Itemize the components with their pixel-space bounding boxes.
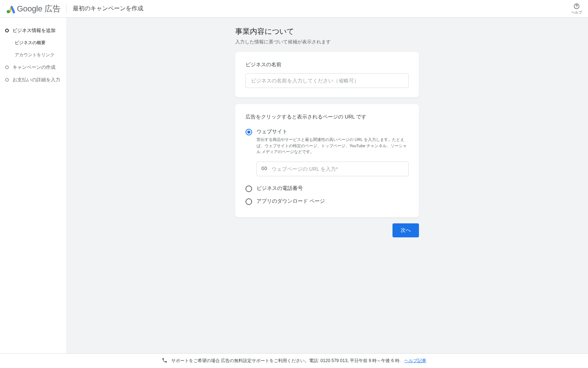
step-add-business-info[interactable]: ビジネス情報を追加	[5, 24, 62, 37]
svg-point-0	[7, 10, 10, 13]
radio-label: ウェブサイト	[257, 128, 409, 135]
section-title: 事業内容について	[235, 26, 419, 36]
business-name-card: ビジネスの名前	[235, 52, 419, 98]
radio-option-phone[interactable]: ビジネスの電話番号	[245, 182, 409, 195]
landing-url-card: 広告をクリックすると表示されるページの URL です ウェブサイト 宣伝する商品…	[235, 104, 419, 217]
header-divider	[67, 4, 67, 13]
workspace: 事業内容について 入力した情報に基づいて候補が表示されます ビジネスの名前 広告…	[66, 18, 588, 353]
substeps: ビジネスの概要 アカウントをリンク	[5, 37, 62, 61]
support-footer: サポートをご希望の場合 広告の無料設定サポートをご利用ください。電話: 0120…	[0, 353, 588, 368]
page-title: 最初のキャンペーンを作成	[73, 5, 143, 13]
substep-label: アカウントをリンク	[15, 52, 54, 57]
help-button[interactable]: ヘルプ	[571, 3, 582, 14]
help-label: ヘルプ	[571, 10, 582, 14]
substep-business-overview[interactable]: ビジネスの概要	[15, 37, 62, 49]
footer-help-link[interactable]: ヘルプ記事	[404, 358, 426, 364]
product-name-google: Google	[17, 4, 42, 14]
footer-text: サポートをご希望の場合 広告の無料設定サポートをご利用ください。電話: 0120…	[171, 358, 401, 364]
link-icon	[261, 165, 268, 173]
app-header: Google 広告 最初のキャンペーンを作成 ヘルプ	[0, 0, 588, 18]
radio-label: アプリのダウンロード ページ	[257, 198, 409, 205]
product-name: Google 広告	[17, 3, 61, 14]
step-label: お支払いの詳細を入力	[12, 77, 60, 83]
step-label: キャンペーンの作成	[12, 64, 55, 71]
step-label: ビジネス情報を追加	[12, 27, 55, 34]
radio-icon	[245, 129, 252, 135]
radio-help-text: 宣伝する商品やサービスと最も関連性の高いページの URL を入力します。たとえば…	[257, 137, 409, 155]
step-create-campaign[interactable]: キャンペーンの作成	[5, 61, 62, 74]
help-icon	[573, 3, 580, 10]
radio-icon	[245, 185, 252, 192]
radio-option-website[interactable]: ウェブサイト 宣伝する商品やサービスと最も関連性の高いページの URL を入力し…	[245, 125, 409, 158]
radio-label: ビジネスの電話番号	[257, 185, 409, 192]
product-name-ads: 広告	[44, 3, 60, 14]
substep-label: ビジネスの概要	[15, 40, 46, 45]
step-marker-icon	[5, 29, 9, 32]
step-marker-icon	[5, 78, 9, 82]
setup-stepper-sidebar: ビジネス情報を追加 ビジネスの概要 アカウントをリンク キャンペーンの作成 お支…	[0, 18, 66, 353]
header-left: Google 広告 最初のキャンペーンを作成	[6, 3, 143, 14]
substep-link-accounts[interactable]: アカウントをリンク	[15, 49, 62, 61]
radio-option-app[interactable]: アプリのダウンロード ページ	[245, 195, 409, 208]
website-url-input[interactable]	[257, 162, 409, 176]
business-name-input[interactable]	[245, 73, 409, 88]
section-subtitle: 入力した情報に基づいて候補が表示されます	[235, 39, 419, 45]
business-name-label: ビジネスの名前	[245, 61, 409, 68]
radio-icon	[245, 198, 252, 205]
phone-icon	[162, 357, 168, 364]
step-marker-icon	[5, 66, 9, 69]
step-enter-payment-details[interactable]: お支払いの詳細を入力	[5, 74, 62, 86]
next-button[interactable]: 次へ	[392, 223, 419, 237]
svg-point-2	[576, 7, 577, 8]
landing-url-heading: 広告をクリックすると表示されるページの URL です	[245, 114, 409, 120]
google-ads-logo-icon	[6, 4, 15, 14]
